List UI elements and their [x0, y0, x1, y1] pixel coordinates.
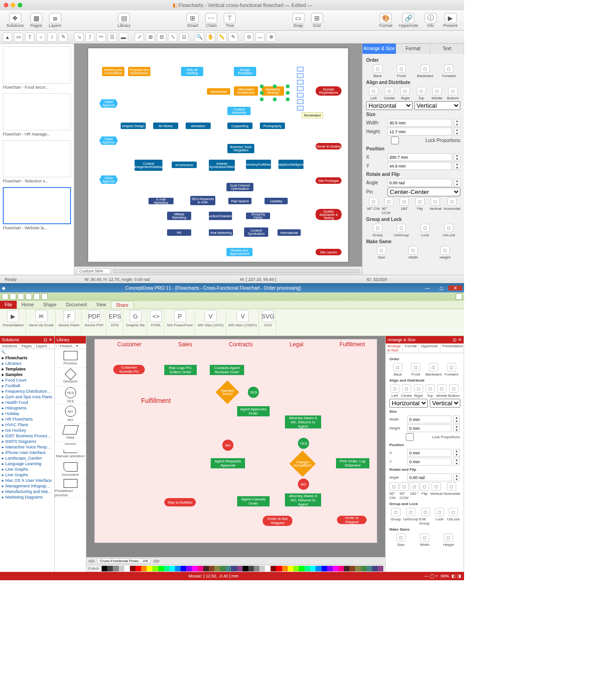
tool-icon[interactable]: ⊞ [146, 32, 155, 42]
front-button[interactable]: ▢Front [407, 363, 425, 376]
tree-item[interactable]: ▸ Gym and Spa Area Plans [0, 394, 54, 400]
flow-node[interactable]: E-mail Marketing [148, 198, 174, 204]
panel-tab-layers[interactable]: Layers [34, 344, 50, 349]
toolbar-solutions[interactable]: ❖Solutions [4, 13, 26, 28]
color-swatch[interactable] [237, 566, 243, 571]
page-thumbnail[interactable] [3, 93, 71, 130]
maximize-button[interactable]: ◻ [434, 285, 448, 291]
zoom-traffic-light[interactable] [18, 3, 22, 7]
90-cw-button[interactable]: ▢90° CW [366, 197, 381, 215]
tree-item[interactable]: ▸ Line Graphs [0, 467, 54, 472]
flow-node[interactable]: Art Works [153, 123, 178, 129]
tree-item[interactable]: ▸ Interactive Voice Response Diagrams [0, 444, 54, 450]
color-swatch[interactable] [304, 566, 310, 571]
tool-icon[interactable]: ▭ [14, 32, 23, 42]
shape-stencil[interactable] [297, 67, 303, 71]
bottom-button[interactable]: ▢Bottom [448, 384, 460, 398]
close-button[interactable]: ✕ [448, 285, 462, 291]
insp-tab-presentation[interactable]: Presentation [440, 344, 464, 353]
color-swatch[interactable] [333, 566, 338, 571]
tool-icon[interactable]: — [255, 32, 265, 42]
height-input[interactable] [407, 424, 452, 432]
color-swatch[interactable] [243, 566, 248, 571]
selection-handle[interactable] [260, 91, 264, 95]
flow-node[interactable]: Attorney Marks It NO, Returns to Agent [285, 493, 321, 506]
shape-predefined-process[interactable]: Predefined process [55, 479, 86, 498]
color-swatch[interactable] [192, 566, 197, 571]
qat-redo[interactable] [33, 293, 40, 300]
flow-node[interactable]: Agent Approves Order [237, 406, 270, 416]
color-swatch[interactable] [316, 566, 321, 571]
ribbon-ms-powerpoint[interactable]: PMS PowerPoint [165, 310, 195, 335]
tool-icon[interactable]: ⤡ [168, 32, 177, 42]
height-input[interactable] [387, 128, 452, 136]
color-swatch[interactable] [265, 566, 271, 571]
color-swatch[interactable] [254, 566, 259, 571]
flow-node[interactable]: Information Architecture [234, 86, 258, 96]
color-swatch[interactable] [158, 566, 164, 571]
width-input[interactable] [407, 415, 452, 423]
shape-document[interactable]: Document [55, 460, 86, 479]
unlock-button[interactable]: ▢UnLock [438, 224, 460, 237]
tool-icon[interactable]: ⊖ [244, 32, 253, 42]
tree-item[interactable]: ▸ Marketing Diagrams [0, 494, 54, 500]
shape-decision[interactable]: Decision [55, 368, 86, 386]
ribbon-eps[interactable]: EPSEPS [107, 310, 123, 335]
tool-icon[interactable]: ▲ [3, 32, 12, 42]
angle-input[interactable] [407, 473, 452, 481]
left-button[interactable]: ▢Left [366, 87, 381, 100]
tool-icon[interactable]: / [47, 32, 57, 42]
flow-node[interactable]: Domain Registrations [316, 86, 342, 96]
color-swatch[interactable] [231, 566, 237, 571]
flow-node[interactable]: Order Is Not Shipped [263, 516, 292, 526]
dist-h[interactable]: Horizontal [389, 399, 428, 408]
flow-node[interactable]: Rep Is Notified [164, 498, 196, 506]
selection-handle[interactable] [286, 97, 290, 101]
tree-item[interactable]: ▸ Food Court [0, 377, 54, 383]
tool-icon[interactable]: T [25, 32, 34, 42]
toolbar-present[interactable]: ▶Present [440, 13, 460, 28]
angle-input[interactable] [387, 179, 452, 187]
flow-node[interactable]: Shopping Feeds [246, 213, 270, 219]
color-swatch[interactable] [367, 566, 372, 571]
forward-button[interactable]: ▢Forward [443, 363, 460, 376]
color-swatch[interactable] [293, 566, 299, 571]
flow-node[interactable]: Customer Submits PO [113, 365, 145, 374]
tree-item[interactable]: ▸ IDEF0 Diagrams [0, 439, 54, 444]
toolbar-smart[interactable]: ⊞Smart [184, 13, 201, 28]
color-swatch[interactable] [119, 566, 124, 571]
color-swatch[interactable] [113, 566, 118, 571]
ungroup-button[interactable]: ▢UnGroup [403, 508, 418, 525]
vertical-button[interactable]: ▢Vertical [430, 482, 442, 500]
flow-node[interactable]: SEO-Keywords & code [190, 196, 215, 205]
qat-open[interactable] [10, 293, 16, 300]
tree-item[interactable]: ▸ HR Flowcharts [0, 416, 54, 422]
flow-node[interactable]: Viral Marketing [209, 229, 233, 236]
ribbon-svg[interactable]: SVGSVG [260, 310, 276, 335]
distribute-v[interactable]: Vertical [414, 101, 461, 110]
flow-node[interactable]: Usability [265, 198, 288, 204]
color-swatch[interactable] [141, 566, 147, 571]
page-thumbnail[interactable] [3, 140, 71, 177]
tab-format[interactable]: Format [396, 44, 430, 54]
90-cw-button[interactable]: ▢90° CW [389, 482, 399, 500]
vertical-button[interactable]: ▢Vertical [428, 197, 443, 215]
canvas[interactable]: Meeting and ConsultationProposal and Spe… [74, 44, 362, 266]
approve-node[interactable]: Client Approve [99, 99, 118, 108]
color-swatch[interactable] [164, 566, 169, 571]
backward-button[interactable]: ▢Backward [425, 363, 442, 376]
ribbon-tab-home[interactable]: Home [17, 301, 39, 309]
pin-select[interactable]: Center-Center [387, 188, 460, 196]
flow-node[interactable]: Rep Logs PO, Enters Order [164, 365, 197, 375]
height-button[interactable]: ▢Height [437, 533, 460, 547]
color-swatch[interactable] [327, 566, 333, 571]
flow-node[interactable]: Content Assembly [227, 107, 251, 115]
ribbon-tab-share[interactable]: Share [111, 301, 134, 309]
color-swatch[interactable] [169, 566, 175, 571]
flow-node[interactable]: Attorney Marks It OK, Returns to Agent [285, 415, 321, 428]
panel-tab-pages[interactable]: Pages [19, 344, 34, 349]
size-button[interactable]: ▢Size [389, 533, 412, 547]
color-swatch[interactable] [181, 566, 186, 571]
ribbon-html[interactable]: <>HTML [148, 310, 164, 335]
top-button[interactable]: ▢Top [425, 384, 435, 398]
